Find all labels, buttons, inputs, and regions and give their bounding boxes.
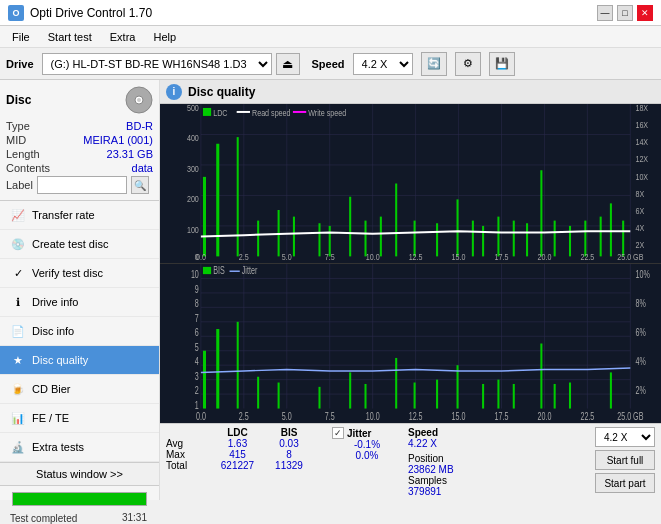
sidebar-item-label: Disc info	[32, 325, 74, 337]
svg-rect-106	[364, 384, 366, 409]
settings-button[interactable]: ⚙	[455, 52, 481, 76]
sidebar-item-label: FE / TE	[32, 412, 69, 424]
create-test-disc-icon: 💿	[10, 236, 26, 252]
disc-mid-row: MID MEIRA1 (001)	[6, 134, 153, 146]
disc-label-btn[interactable]: 🔍	[131, 176, 149, 194]
upper-chart: 500 400 300 200 100 0 18X 16X 14X 12X 10…	[160, 104, 661, 264]
disc-icon	[125, 86, 153, 114]
sidebar-item-disc-quality[interactable]: ★ Disc quality	[0, 346, 159, 375]
svg-rect-22	[257, 221, 259, 257]
sidebar-item-disc-info[interactable]: 📄 Disc info	[0, 317, 159, 346]
extra-tests-icon: 🔬	[10, 439, 26, 455]
speed-select-stats[interactable]: 4.2 X	[595, 427, 655, 447]
status-time: 31:31	[122, 512, 153, 524]
refresh-button[interactable]: 🔄	[421, 52, 447, 76]
sidebar-item-label: Verify test disc	[32, 267, 103, 279]
svg-rect-111	[482, 384, 484, 409]
disc-quality-header: i Disc quality	[160, 80, 661, 104]
maximize-button[interactable]: □	[617, 5, 633, 21]
upper-chart-svg: 500 400 300 200 100 0 18X 16X 14X 12X 10…	[160, 104, 661, 263]
menu-extra[interactable]: Extra	[102, 29, 144, 45]
disc-label-input[interactable]	[37, 176, 127, 194]
svg-text:20.0: 20.0	[537, 253, 551, 263]
app-title: Opti Drive Control 1.70	[30, 6, 152, 20]
svg-rect-105	[349, 372, 351, 408]
disc-info-icon: 📄	[10, 323, 26, 339]
svg-rect-33	[457, 199, 459, 256]
status-window-button[interactable]: Status window >>	[0, 463, 159, 486]
svg-text:500: 500	[187, 104, 199, 113]
total-ldc: 621227	[210, 460, 265, 471]
drive-select[interactable]: (G:) HL-DT-ST BD-RE WH16NS48 1.D3	[42, 53, 272, 75]
sidebar-item-fe-te[interactable]: 📊 FE / TE	[0, 404, 159, 433]
position-row: Position	[408, 453, 488, 464]
svg-text:14X: 14X	[635, 137, 648, 147]
samples-value: 379891	[408, 486, 488, 497]
avg-bis: 0.03	[269, 438, 309, 449]
stats-header-row: LDC BIS	[166, 427, 326, 438]
disc-length-row: Length 23.31 GB	[6, 148, 153, 160]
status-text: Test completed	[6, 512, 81, 524]
svg-rect-36	[497, 217, 499, 257]
status-section: Status window >> Test completed 31:31	[0, 462, 159, 524]
start-full-button[interactable]: Start full	[595, 450, 655, 470]
disc-type-label: Type	[6, 120, 30, 132]
jitter-checkbox[interactable]	[332, 427, 344, 439]
svg-rect-115	[554, 384, 556, 409]
svg-rect-38	[526, 223, 528, 256]
svg-rect-34	[472, 221, 474, 257]
menu-file[interactable]: File	[4, 29, 38, 45]
svg-text:4X: 4X	[635, 223, 644, 233]
svg-rect-99	[203, 351, 206, 409]
svg-rect-25	[318, 223, 320, 256]
svg-rect-21	[237, 137, 239, 256]
svg-text:12.5: 12.5	[409, 253, 423, 263]
sidebar-item-create-test-disc[interactable]: 💿 Create test disc	[0, 230, 159, 259]
sidebar-item-transfer-rate[interactable]: 📈 Transfer rate	[0, 201, 159, 230]
svg-text:8: 8	[195, 298, 199, 310]
svg-rect-104	[318, 387, 320, 409]
sidebar-item-verify-test-disc[interactable]: ✓ Verify test disc	[0, 259, 159, 288]
svg-rect-40	[554, 221, 556, 257]
menu-bar: File Start test Extra Help	[0, 26, 661, 48]
start-part-button[interactable]: Start part	[595, 473, 655, 493]
svg-rect-44	[610, 203, 612, 256]
svg-rect-24	[293, 217, 295, 257]
svg-text:200: 200	[187, 194, 199, 204]
svg-rect-109	[436, 380, 438, 409]
save-button[interactable]: 💾	[489, 52, 515, 76]
disc-quality-title: Disc quality	[188, 85, 255, 99]
transfer-rate-icon: 📈	[10, 207, 26, 223]
svg-text:10.0: 10.0	[366, 253, 380, 263]
speed-select[interactable]: 4.2 X	[353, 53, 413, 75]
svg-text:5.0: 5.0	[282, 253, 292, 263]
svg-rect-110	[457, 365, 459, 408]
svg-text:9: 9	[195, 284, 199, 296]
stats-avg-row: Avg 1.63 0.03	[166, 438, 326, 449]
svg-text:BIS: BIS	[213, 265, 225, 277]
eject-button[interactable]: ⏏	[276, 53, 300, 75]
close-button[interactable]: ✕	[637, 5, 653, 21]
svg-text:6%: 6%	[635, 327, 646, 339]
svg-text:4: 4	[195, 356, 199, 368]
sidebar-item-drive-info[interactable]: ℹ Drive info	[0, 288, 159, 317]
svg-text:Jitter: Jitter	[242, 265, 258, 277]
disc-contents-label: Contents	[6, 162, 50, 174]
minimize-button[interactable]: —	[597, 5, 613, 21]
svg-text:400: 400	[187, 133, 199, 143]
svg-rect-107	[395, 358, 397, 409]
stats-total-row: Total 621227 11329	[166, 460, 326, 471]
disc-length-label: Length	[6, 148, 40, 160]
disc-type-value: BD-R	[126, 120, 153, 132]
disc-header: Disc	[6, 86, 153, 114]
sidebar-item-extra-tests[interactable]: 🔬 Extra tests	[0, 433, 159, 462]
menu-help[interactable]: Help	[145, 29, 184, 45]
menu-start-test[interactable]: Start test	[40, 29, 100, 45]
status-window-label: Status window >>	[36, 468, 123, 480]
sidebar-item-cd-bier[interactable]: 🍺 CD Bier	[0, 375, 159, 404]
sidebar-item-label: CD Bier	[32, 383, 71, 395]
disc-quality-icon: ★	[10, 352, 26, 368]
samples-label: Samples	[408, 475, 447, 486]
stats-controls: 4.2 X Start full Start part	[595, 427, 655, 493]
svg-rect-32	[436, 223, 438, 256]
